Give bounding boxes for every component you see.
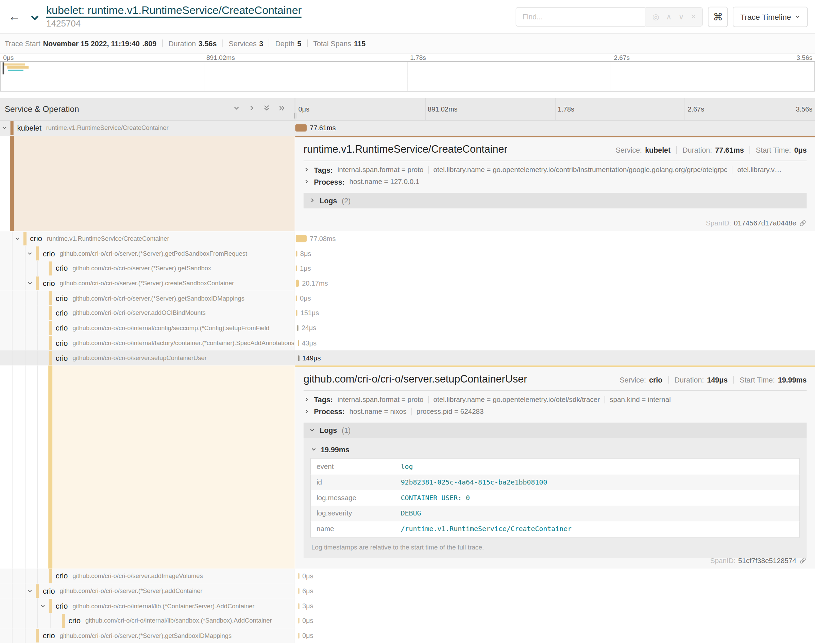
process-toggle-row[interactable]: Process: host.name = nixos process.pid =… [303, 407, 807, 416]
span-duration-bar[interactable] [296, 296, 297, 301]
service-color-bar [36, 247, 39, 261]
clear-search-icon[interactable]: × [691, 12, 696, 22]
span-duration-bar[interactable] [298, 588, 299, 594]
span-duration-bar[interactable] [297, 325, 298, 331]
expand-one-chevron-right-icon[interactable] [248, 104, 255, 114]
chevron-down-icon[interactable] [2, 125, 8, 131]
tags-label: Tags: [314, 396, 333, 403]
span-duration-bar[interactable] [296, 310, 297, 316]
chevron-down-icon[interactable] [27, 281, 33, 286]
trace-minimap[interactable] [0, 61, 815, 92]
duration-value: 3.56s [199, 39, 217, 47]
trace-view-dropdown[interactable]: Trace Timeline [733, 6, 808, 27]
span-row[interactable]: crioruntime.v1.RuntimeService/CreateCont… [0, 231, 815, 246]
span-detail-content: github.com/cri-o/cri-o/server.setupConta… [295, 365, 815, 569]
indent-guide [38, 351, 38, 365]
span-row[interactable]: criogithub.com/cri-o/cri-o/server.(*Serv… [0, 261, 815, 276]
back-arrow-icon[interactable]: ← [8, 9, 20, 23]
span-row[interactable]: criogithub.com/cri-o/cri-o/server.(*Serv… [0, 246, 815, 261]
span-row[interactable]: criogithub.com/cri-o/cri-o/server.(*Serv… [0, 629, 815, 643]
next-result-icon[interactable]: ∨ [678, 12, 684, 21]
chevron-down-icon[interactable] [14, 236, 20, 241]
span-detail-panel-kubelet: runtime.v1.RuntimeService/CreateContaine… [0, 136, 815, 231]
log-field-row: id92b82381-025c-4a64-815c-ba2e1bb08100 [310, 475, 800, 490]
service-color-bar [49, 321, 52, 335]
span-duration-bar[interactable] [296, 251, 297, 256]
span-duration-bar[interactable] [295, 124, 307, 132]
tags-toggle-row[interactable]: Tags: internal.span.format = proto otel.… [303, 166, 807, 174]
span-row[interactable]: criogithub.com/cri-o/cri-o/internal/lib.… [0, 598, 815, 613]
ruler-tick: 3.56s [796, 106, 813, 113]
service-name: kubelet [17, 124, 41, 132]
duration-label: 0μs [302, 617, 313, 625]
span-row[interactable]: criogithub.com/cri-o/cri-o/server.(*Serv… [0, 583, 815, 598]
span-duration-bar[interactable] [298, 573, 299, 579]
chevron-down-icon[interactable] [40, 603, 46, 609]
indent-guide [25, 365, 26, 569]
total-spans-value: 115 [354, 39, 366, 47]
span-row[interactable]: criogithub.com/cri-o/cri-o/server.addOCI… [0, 306, 815, 320]
span-row[interactable]: criogithub.com/cri-o/cri-o/internal/conf… [0, 320, 815, 336]
span-duration-bar[interactable] [296, 265, 297, 271]
trace-start-label: Trace Start [5, 39, 40, 47]
duration-value: 77.61ms [715, 146, 744, 154]
span-duration-bar[interactable] [297, 340, 299, 346]
service-value: crio [649, 376, 662, 384]
span-row[interactable]: criogithub.com/cri-o/cri-o/server.addIma… [0, 569, 815, 583]
indent-guide [38, 261, 38, 276]
span-row[interactable]: kubeletruntime.v1.RuntimeService/CreateC… [0, 121, 815, 136]
duration-label: 0μs [302, 632, 313, 639]
operation-name: github.com/cri-o/cri-o/server.(*Server).… [60, 250, 247, 257]
span-row[interactable]: criogithub.com/cri-o/cri-o/server.(*Serv… [0, 291, 815, 306]
span-row[interactable]: criogithub.com/cri-o/cri-o/server.setupC… [0, 351, 815, 365]
logs-toggle-row[interactable]: Logs (2) [303, 193, 807, 209]
keyboard-shortcuts-button[interactable]: ⌘ [708, 6, 728, 27]
indent-guide [50, 613, 51, 629]
indent-guide [25, 351, 26, 365]
chevron-down-icon[interactable] [27, 588, 33, 594]
tags-toggle-row[interactable]: Tags: internal.span.format = proto otel.… [303, 396, 807, 403]
span-duration-bar[interactable] [298, 355, 299, 361]
total-spans-label: Total Spans [313, 39, 351, 47]
logs-count: (2) [342, 196, 351, 204]
span-duration-bar[interactable] [298, 603, 299, 609]
minimap-ruler: 0μs 891.02ms 1.78s 2.67s 3.56s [0, 54, 815, 61]
service-color-bar [49, 351, 52, 365]
logs-count: (1) [342, 426, 351, 434]
tag-item: otel.library.v… [737, 166, 781, 174]
logs-toggle-row[interactable]: Logs (1) [303, 423, 807, 438]
indent-guide [38, 613, 38, 629]
process-toggle-row[interactable]: Process: host.name = 127.0.0.1 [303, 178, 807, 186]
service-operation-header: Service & Operation [5, 104, 79, 114]
log-field-value: DEBUG [395, 506, 800, 521]
title-chevron-down-icon[interactable] [29, 12, 40, 25]
expand-all-double-chevron-right-icon[interactable] [278, 104, 285, 114]
span-row[interactable]: criogithub.com/cri-o/cri-o/internal/fact… [0, 336, 815, 351]
log-entry-toggle[interactable]: 19.99ms [311, 445, 800, 454]
span-duration-bar[interactable] [296, 235, 307, 242]
indent-guide [12, 629, 12, 643]
span-row[interactable]: criogithub.com/cri-o/cri-o/internal/lib/… [0, 613, 815, 629]
trace-title[interactable]: kubelet: runtime.v1.RuntimeService/Creat… [46, 4, 302, 18]
prev-result-icon[interactable]: ∧ [666, 12, 672, 21]
span-duration-bar[interactable] [296, 280, 299, 287]
collapse-one-chevron-down-icon[interactable] [233, 104, 240, 114]
span-row[interactable]: criogithub.com/cri-o/cri-o/server.(*Serv… [0, 276, 815, 291]
service-name: crio [56, 294, 68, 302]
collapse-all-double-chevron-down-icon[interactable] [263, 104, 270, 114]
find-input[interactable] [516, 7, 646, 26]
ruler-tick: 0μs [298, 106, 309, 113]
find-bar: ◎ ∧ ∨ × [516, 7, 703, 26]
locate-icon[interactable]: ◎ [653, 12, 659, 21]
copy-link-icon[interactable] [799, 219, 807, 227]
indent-guide [12, 291, 12, 306]
copy-link-icon[interactable] [799, 557, 807, 564]
log-timestamp-note: Log timestamps are relative to the start… [311, 544, 800, 551]
span-duration-bar[interactable] [298, 633, 299, 639]
service-name: crio [43, 632, 55, 639]
chevron-down-icon[interactable] [27, 251, 33, 256]
minimap-tick: 1.78s [410, 54, 426, 61]
span-duration-bar[interactable] [298, 618, 299, 624]
service-name: crio [56, 339, 68, 347]
trace-page-header: ← kubelet: runtime.v1.RuntimeService/Cre… [0, 0, 815, 33]
